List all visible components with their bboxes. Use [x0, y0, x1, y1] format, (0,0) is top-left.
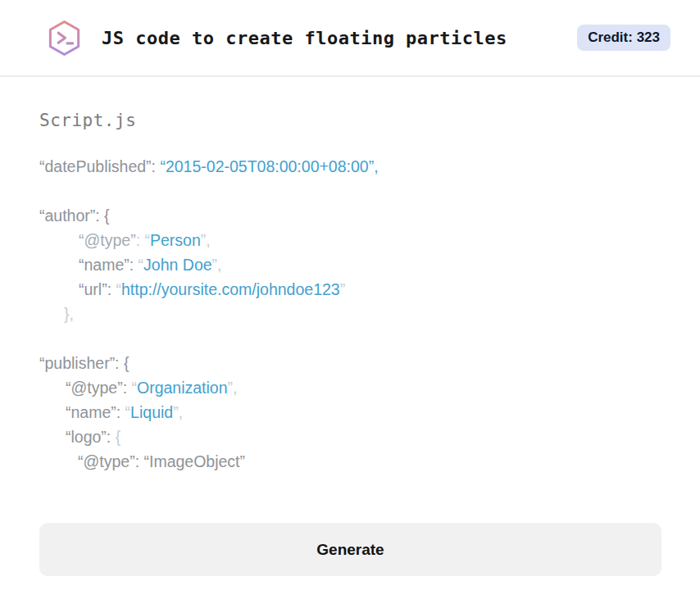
- generate-button-container: Generate: [39, 523, 661, 576]
- generate-button[interactable]: Generate: [39, 523, 661, 576]
- code-token: Organization: [137, 379, 228, 397]
- code-line-blank: [39, 326, 661, 351]
- code-line: “@type”: “Person”,: [39, 228, 661, 252]
- code-token: :: [136, 231, 145, 249]
- code-token: “logo”:: [66, 428, 116, 446]
- code-token: Person: [150, 231, 201, 249]
- code-token: “2015-02-05T08:00:00+08:00”,: [160, 157, 378, 175]
- code-token: “name”:: [79, 256, 139, 274]
- terminal-prompt-hexagon-icon: [45, 19, 84, 57]
- code-line: “publisher”: {: [39, 351, 661, 375]
- code-token: ”: [340, 280, 346, 298]
- code-token: },: [64, 305, 74, 323]
- code-block: “datePublished”: “2015-02-05T08:00:00+08…: [39, 154, 661, 474]
- code-token: ”,: [201, 231, 211, 249]
- code-line: “url”: “http://yoursite.com/johndoe123”: [39, 277, 661, 302]
- code-token: {: [116, 428, 121, 446]
- code-token: “@type”: [79, 231, 136, 249]
- code-line: “name”: “John Doe”,: [39, 252, 661, 277]
- script-filename-heading: Script.js: [39, 111, 661, 130]
- code-token: ”,: [228, 379, 238, 397]
- code-token: “@type”:: [66, 379, 131, 397]
- code-line: “name”: “Liquid”,: [39, 400, 661, 425]
- code-token: “author”: {: [39, 207, 110, 225]
- page-title: JS code to create floating particles: [102, 28, 507, 48]
- code-token: http://yoursite.com/johndoe123: [121, 280, 340, 298]
- code-line: “@type”: “Organization”,: [39, 375, 661, 400]
- code-token: ”,: [212, 256, 222, 274]
- code-token: “name”:: [66, 403, 125, 421]
- code-line: },: [39, 302, 661, 326]
- code-token: ”,: [173, 403, 183, 421]
- code-token: “url”:: [79, 280, 116, 298]
- code-token: “publisher”: {: [39, 354, 129, 372]
- header: JS code to create floating particles Cre…: [0, 0, 700, 77]
- code-token: Liquid: [130, 403, 173, 421]
- code-line-blank: [39, 179, 661, 203]
- code-token: “@type”: “ImageObject”: [78, 452, 245, 470]
- code-line: “@type”: “ImageObject”: [39, 449, 661, 474]
- code-line: “logo”: {: [39, 425, 661, 449]
- code-token: John Doe: [143, 256, 211, 274]
- credit-badge: Credit: 323: [577, 25, 670, 51]
- code-line: “author”: {: [39, 203, 661, 228]
- code-line: “datePublished”: “2015-02-05T08:00:00+08…: [39, 154, 661, 179]
- code-token: “datePublished”:: [39, 157, 160, 175]
- main-content: Script.js “datePublished”: “2015-02-05T0…: [0, 77, 700, 474]
